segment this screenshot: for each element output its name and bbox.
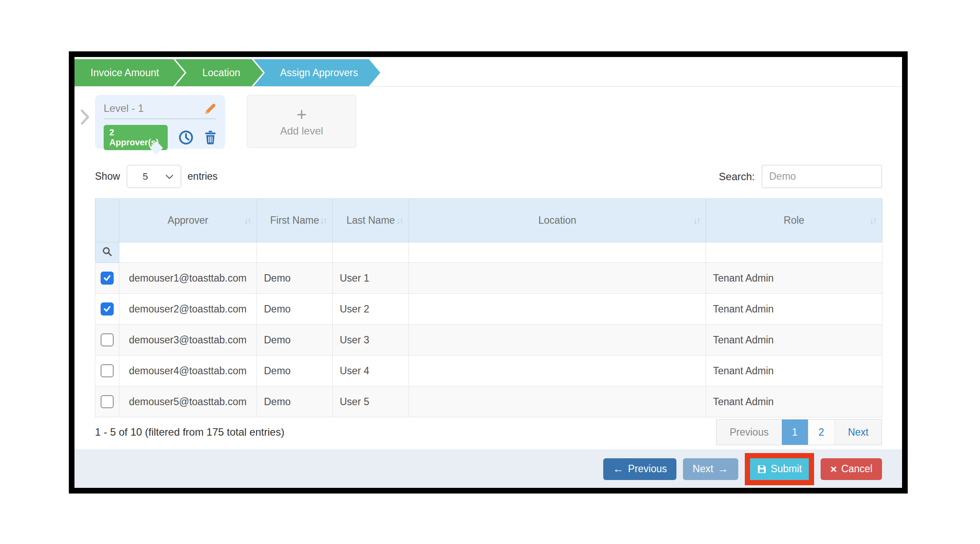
next-button[interactable]: Next →: [683, 458, 738, 480]
cell-first-name: Demo: [257, 386, 333, 417]
column-header-last-name[interactable]: Last Name ↓↑: [333, 199, 409, 242]
table-footer-row: 1 - 5 of 10 (filtered from 175 total ent…: [95, 419, 882, 445]
cell-first-name: Demo: [257, 356, 333, 386]
search-icon: [102, 246, 112, 257]
step-label: Invoice Amount: [91, 67, 159, 79]
row-checkbox[interactable]: [101, 395, 114, 408]
column-header-location[interactable]: Location ↓↑: [409, 199, 706, 242]
filter-search-cell: [95, 242, 119, 263]
search-control: Search: Demo: [719, 165, 882, 188]
step-location[interactable]: Location: [175, 59, 263, 86]
filter-location-input[interactable]: [409, 242, 706, 263]
submit-label: Submit: [771, 463, 802, 475]
column-label: Location: [538, 215, 576, 226]
column-header-first-name[interactable]: First Name ↓↑: [257, 199, 333, 242]
filter-approver-input[interactable]: [119, 242, 257, 263]
next-label: Next: [693, 463, 713, 475]
cell-last-name: User 1: [333, 263, 409, 294]
cell-first-name: Demo: [257, 325, 333, 356]
cell-approver: demouser4@toasttab.com: [119, 356, 257, 386]
sort-icon: ↓↑: [244, 215, 250, 226]
sort-icon: ↓↑: [320, 215, 326, 226]
entries-label: entries: [188, 171, 218, 182]
chevron-right-icon[interactable]: [80, 108, 90, 128]
wizard-steps-bar: Invoice Amount Location Assign Approvers: [74, 57, 902, 87]
show-label: Show: [95, 171, 120, 182]
previous-button[interactable]: ← Previous: [603, 458, 676, 480]
chevron-down-icon: [165, 174, 174, 179]
cell-location: [409, 356, 706, 386]
row-checkbox[interactable]: [101, 272, 114, 285]
table-header-row: Approver ↓↑ First Name ↓↑ Last Name ↓↑ L…: [95, 199, 882, 242]
table-filter-row: [95, 242, 882, 263]
cell-role: Tenant Admin: [706, 386, 882, 417]
table-row: demouser1@toasttab.com Demo User 1 Tenan…: [95, 263, 882, 294]
column-label: First Name: [270, 215, 319, 226]
pagination: Previous 1 2 Next: [716, 419, 882, 445]
cell-role: Tenant Admin: [706, 325, 882, 356]
pagination-previous[interactable]: Previous: [716, 420, 781, 445]
arrow-left-icon: ←: [613, 463, 624, 474]
trash-icon[interactable]: [204, 131, 216, 144]
cell-location: [409, 263, 706, 294]
sort-icon: ↓↑: [693, 215, 700, 226]
table-row: demouser5@toasttab.com Demo User 5 Tenan…: [95, 386, 882, 417]
wizard-window: Invoice Amount Location Assign Approvers…: [69, 51, 908, 494]
row-checkbox[interactable]: [101, 364, 114, 377]
cell-first-name: Demo: [257, 294, 333, 325]
save-icon: [757, 464, 767, 474]
add-level-label: Add level: [280, 125, 323, 137]
column-header-role[interactable]: Role ↓↑: [706, 199, 882, 242]
cell-location: [409, 386, 706, 417]
previous-label: Previous: [628, 463, 667, 475]
plus-icon: +: [297, 106, 307, 123]
cell-location: [409, 325, 706, 356]
add-level-button[interactable]: + Add level: [247, 95, 356, 148]
search-value: Demo: [769, 171, 796, 182]
table-row: demouser4@toasttab.com Demo User 4 Tenan…: [95, 356, 882, 386]
sort-icon: ↓↑: [869, 215, 876, 226]
pagination-page-2[interactable]: 2: [808, 420, 835, 445]
column-label: Last Name: [346, 215, 395, 226]
cell-role: Tenant Admin: [706, 294, 882, 325]
step-invoice-amount[interactable]: Invoice Amount: [74, 59, 185, 86]
action-bar: ← Previous Next → Submit × Cancel: [74, 450, 902, 488]
row-checkbox[interactable]: [101, 333, 114, 346]
cell-approver: demouser3@toasttab.com: [119, 325, 257, 356]
cell-role: Tenant Admin: [706, 356, 882, 386]
cancel-button[interactable]: × Cancel: [821, 458, 882, 480]
row-checkbox[interactable]: [101, 302, 114, 316]
level-card[interactable]: Level - 1 2 Approver(s): [95, 95, 225, 149]
table-row: demouser3@toasttab.com Demo User 3 Tenan…: [95, 325, 882, 356]
submit-highlight-annotation: Submit: [745, 453, 814, 485]
cell-approver: demouser2@toasttab.com: [119, 294, 257, 325]
pagination-page-1[interactable]: 1: [782, 420, 808, 445]
step-label: Assign Approvers: [280, 67, 358, 79]
filter-role-input[interactable]: [706, 242, 882, 263]
cell-role: Tenant Admin: [706, 263, 882, 294]
pagination-next[interactable]: Next: [835, 420, 882, 445]
clock-icon[interactable]: [178, 130, 194, 145]
arrow-right-icon: →: [718, 463, 729, 474]
level-title-row: Level - 1: [104, 102, 216, 119]
cell-last-name: User 3: [333, 325, 409, 356]
cell-first-name: Demo: [257, 263, 333, 294]
step-assign-approvers[interactable]: Assign Approvers: [253, 59, 380, 86]
page-size-select[interactable]: 5: [127, 165, 181, 188]
submit-button[interactable]: Submit: [750, 458, 809, 480]
cell-approver: demouser1@toasttab.com: [119, 263, 257, 294]
level-title: Level - 1: [104, 102, 144, 114]
pencil-edit-icon[interactable]: [203, 102, 216, 115]
approver-table-body: demouser1@toasttab.com Demo User 1 Tenan…: [95, 263, 882, 417]
sort-icon: ↓↑: [396, 215, 402, 226]
filter-last-name-input[interactable]: [333, 242, 409, 263]
column-header-approver[interactable]: Approver ↓↑: [119, 199, 257, 242]
search-input[interactable]: Demo: [762, 165, 882, 188]
entries-info: 1 - 5 of 10 (filtered from 175 total ent…: [95, 426, 284, 438]
table-row: demouser2@toasttab.com Demo User 2 Tenan…: [95, 294, 882, 325]
column-label: Approver: [168, 215, 208, 226]
filter-first-name-input[interactable]: [257, 242, 333, 263]
cell-last-name: User 5: [333, 386, 409, 417]
check-icon: [103, 274, 112, 282]
page-size-value: 5: [143, 171, 148, 182]
